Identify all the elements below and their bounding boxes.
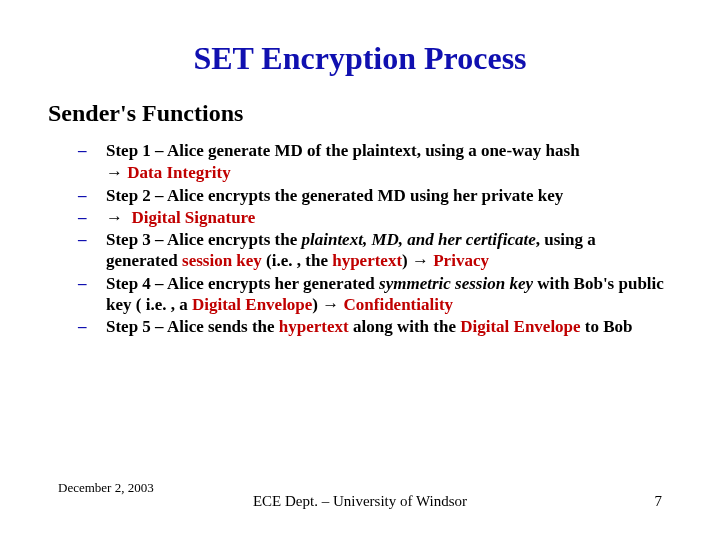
footer-center: ECE Dept. – University of Windsor [0,493,720,510]
text: ) [312,295,322,314]
bullet-text: → Digital Signature [106,207,670,228]
arrow-icon: → [412,251,429,270]
bullet-dash [78,162,106,183]
bullet-text: Step 3 – Alice encrypts the plaintext, M… [106,229,670,272]
text: Step 5 – Alice sends the [106,317,279,336]
text: Step 2 – Alice encrypts the generated MD… [106,186,563,205]
text: Step 3 – Alice encrypts the [106,230,301,249]
text: to Bob [581,317,633,336]
footer-page-number: 7 [655,493,663,510]
bullet-text: Step 1 – Alice generate MD of the plaint… [106,140,670,161]
arrow-icon: → [106,208,123,227]
text: along with the [349,317,460,336]
bullet-dash: – [78,140,106,161]
bullet-text: Step 2 – Alice encrypts the generated MD… [106,185,670,206]
list-item: – Step 4 – Alice encrypts her generated … [78,273,670,316]
bullet-text: → Data Integrity [106,162,670,183]
bullet-list: – Step 1 – Alice generate MD of the plai… [78,140,670,338]
list-item: – Step 1 – Alice generate MD of the plai… [78,140,670,161]
arrow-icon: → [106,163,123,182]
bullet-text: Step 4 – Alice encrypts her generated sy… [106,273,670,316]
text-red: Digital Envelope [192,295,312,314]
text: Step 4 – Alice encrypts her generated [106,274,379,293]
slide-subtitle: Sender's Functions [48,100,243,127]
text-red: Privacy [433,251,489,270]
text: (i.e. , the [262,251,332,270]
text-red: session key [182,251,262,270]
text: Step 1 – Alice generate MD of the plaint… [106,141,580,160]
list-item: – → Digital Signature [78,207,670,228]
slide: SET Encryption Process Sender's Function… [0,0,720,540]
arrow-icon: → [322,295,339,314]
text-red: Digital Envelope [460,317,580,336]
bullet-dash: – [78,207,106,228]
list-item: – Step 5 – Alice sends the hypertext alo… [78,316,670,337]
text-red: hypertext [332,251,402,270]
bullet-dash: – [78,316,106,337]
bullet-dash: – [78,273,106,316]
list-item: – Step 3 – Alice encrypts the plaintext,… [78,229,670,272]
text-italic: symmetric session key [379,274,533,293]
text: ) [402,251,412,270]
text-red: Confidentiality [344,295,454,314]
list-item: – Step 2 – Alice encrypts the generated … [78,185,670,206]
bullet-dash: – [78,229,106,272]
text-red: hypertext [279,317,349,336]
text-italic: plaintext, MD, and her certificate [301,230,535,249]
slide-title: SET Encryption Process [0,40,720,77]
bullet-dash: – [78,185,106,206]
text-red: Digital Signature [132,208,256,227]
text-red: Data Integrity [127,163,230,182]
bullet-text: Step 5 – Alice sends the hypertext along… [106,316,670,337]
list-item: → Data Integrity [78,162,670,183]
